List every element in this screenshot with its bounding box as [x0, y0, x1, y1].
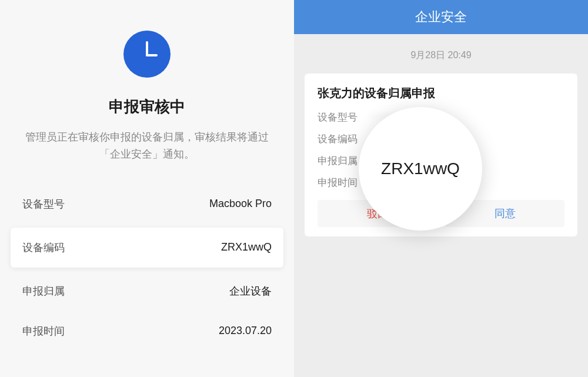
card-code-label: 设备编码 — [318, 132, 370, 146]
ownership-row: 申报归属 企业设备 — [0, 271, 294, 311]
chat-timestamp: 9月28日 20:49 — [294, 49, 588, 62]
left-review-panel: 申报审核中 管理员正在审核你申报的设备归属，审核结果将通过「企业安全」通知。 设… — [0, 0, 294, 377]
device-code-row: 设备编码 ZRX1wwQ — [11, 228, 283, 268]
ownership-label: 申报归属 — [22, 284, 65, 298]
device-info-list: 设备型号 Macbook Pro 设备编码 ZRX1wwQ 申报归属 企业设备 … — [0, 184, 294, 351]
card-title: 张克力的设备归属申报 — [318, 85, 564, 101]
magnifier-value: ZRX1wwQ — [381, 159, 460, 178]
clock-icon — [123, 31, 171, 78]
ownership-value: 企业设备 — [229, 284, 272, 298]
report-time-row: 申报时间 2023.07.20 — [0, 311, 294, 351]
device-model-value: Macbook Pro — [209, 198, 272, 210]
device-model-row: 设备型号 Macbook Pro — [0, 184, 294, 224]
device-code-label: 设备编码 — [22, 241, 65, 255]
report-time-label: 申报时间 — [22, 324, 65, 338]
chat-header: 企业安全 — [294, 0, 588, 34]
device-model-label: 设备型号 — [22, 197, 65, 211]
chat-header-title: 企业安全 — [415, 8, 467, 26]
review-title: 申报审核中 — [109, 96, 185, 117]
card-model-label: 设备型号 — [318, 111, 370, 124]
device-code-value: ZRX1wwQ — [221, 241, 272, 253]
report-time-value: 2023.07.20 — [219, 325, 272, 337]
review-subtitle: 管理员正在审核你申报的设备归属，审核结果将通过「企业安全」通知。 — [0, 129, 294, 163]
magnifier-overlay: ZRX1wwQ — [359, 107, 482, 231]
